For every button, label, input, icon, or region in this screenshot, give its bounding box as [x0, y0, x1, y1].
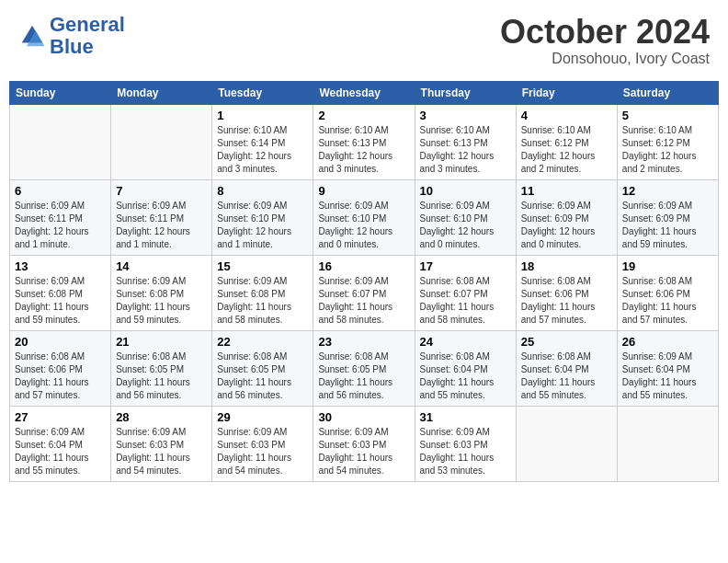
day-number: 9 — [318, 184, 409, 198]
calendar-cell: 22Sunrise: 6:08 AM Sunset: 6:05 PM Dayli… — [212, 330, 313, 406]
day-number: 10 — [420, 184, 511, 198]
calendar-cell: 30Sunrise: 6:09 AM Sunset: 6:03 PM Dayli… — [313, 406, 415, 481]
day-info: Sunrise: 6:09 AM Sunset: 6:10 PM Dayligh… — [217, 200, 308, 251]
calendar-cell: 23Sunrise: 6:08 AM Sunset: 6:05 PM Dayli… — [313, 330, 415, 406]
calendar-cell: 15Sunrise: 6:09 AM Sunset: 6:08 PM Dayli… — [212, 255, 313, 330]
day-number: 31 — [420, 410, 511, 424]
day-info: Sunrise: 6:09 AM Sunset: 6:08 PM Dayligh… — [15, 275, 106, 327]
calendar-cell: 4Sunrise: 6:10 AM Sunset: 6:12 PM Daylig… — [516, 104, 617, 179]
day-info: Sunrise: 6:10 AM Sunset: 6:13 PM Dayligh… — [420, 124, 511, 176]
day-info: Sunrise: 6:09 AM Sunset: 6:04 PM Dayligh… — [622, 350, 713, 402]
calendar-cell: 18Sunrise: 6:08 AM Sunset: 6:06 PM Dayli… — [516, 255, 617, 330]
day-number: 3 — [420, 109, 511, 122]
day-number: 6 — [15, 184, 106, 198]
calendar-cell: 1Sunrise: 6:10 AM Sunset: 6:14 PM Daylig… — [212, 104, 313, 179]
day-info: Sunrise: 6:09 AM Sunset: 6:09 PM Dayligh… — [622, 200, 713, 251]
calendar-cell: 10Sunrise: 6:09 AM Sunset: 6:10 PM Dayli… — [415, 179, 516, 255]
calendar-day-header: Thursday — [415, 81, 516, 104]
location-subtitle: Donsohouo, Ivory Coast — [500, 51, 710, 67]
day-info: Sunrise: 6:09 AM Sunset: 6:10 PM Dayligh… — [420, 200, 511, 251]
calendar-cell: 6Sunrise: 6:09 AM Sunset: 6:11 PM Daylig… — [10, 179, 111, 255]
day-info: Sunrise: 6:08 AM Sunset: 6:05 PM Dayligh… — [116, 350, 207, 402]
day-info: Sunrise: 6:09 AM Sunset: 6:08 PM Dayligh… — [217, 275, 308, 327]
calendar-cell: 5Sunrise: 6:10 AM Sunset: 6:12 PM Daylig… — [617, 104, 718, 179]
title-block: October 2024 Donsohouo, Ivory Coast — [500, 14, 710, 67]
day-number: 24 — [420, 335, 511, 349]
calendar-cell: 25Sunrise: 6:08 AM Sunset: 6:04 PM Dayli… — [516, 330, 617, 406]
day-info: Sunrise: 6:09 AM Sunset: 6:11 PM Dayligh… — [116, 200, 207, 251]
calendar-cell: 3Sunrise: 6:10 AM Sunset: 6:13 PM Daylig… — [415, 104, 516, 179]
logo-text: General Blue — [50, 14, 125, 58]
day-info: Sunrise: 6:09 AM Sunset: 6:10 PM Dayligh… — [318, 200, 409, 251]
calendar-table: SundayMondayTuesdayWednesdayThursdayFrid… — [9, 81, 719, 482]
day-info: Sunrise: 6:09 AM Sunset: 6:03 PM Dayligh… — [116, 426, 207, 477]
day-number: 17 — [420, 259, 511, 273]
day-number: 15 — [217, 259, 308, 273]
calendar-day-header: Sunday — [10, 81, 111, 104]
day-number: 8 — [217, 184, 308, 198]
calendar-cell: 27Sunrise: 6:09 AM Sunset: 6:04 PM Dayli… — [10, 406, 111, 481]
calendar-cell: 24Sunrise: 6:08 AM Sunset: 6:04 PM Dayli… — [415, 330, 516, 406]
day-info: Sunrise: 6:09 AM Sunset: 6:03 PM Dayligh… — [420, 426, 511, 477]
calendar-cell: 19Sunrise: 6:08 AM Sunset: 6:06 PM Dayli… — [617, 255, 718, 330]
calendar-cell — [111, 104, 212, 179]
calendar-cell: 7Sunrise: 6:09 AM Sunset: 6:11 PM Daylig… — [111, 179, 212, 255]
calendar-cell: 8Sunrise: 6:09 AM Sunset: 6:10 PM Daylig… — [212, 179, 313, 255]
day-info: Sunrise: 6:08 AM Sunset: 6:04 PM Dayligh… — [420, 350, 511, 402]
day-number: 16 — [318, 259, 409, 273]
calendar-day-header: Wednesday — [313, 81, 415, 104]
day-info: Sunrise: 6:10 AM Sunset: 6:14 PM Dayligh… — [217, 124, 308, 176]
day-number: 7 — [116, 184, 207, 198]
day-info: Sunrise: 6:08 AM Sunset: 6:05 PM Dayligh… — [217, 350, 308, 402]
day-info: Sunrise: 6:09 AM Sunset: 6:11 PM Dayligh… — [15, 200, 106, 251]
day-number: 5 — [622, 109, 713, 122]
day-info: Sunrise: 6:09 AM Sunset: 6:07 PM Dayligh… — [318, 275, 409, 327]
calendar-cell: 31Sunrise: 6:09 AM Sunset: 6:03 PM Dayli… — [415, 406, 516, 481]
day-number: 29 — [217, 410, 308, 424]
calendar-cell — [516, 406, 617, 481]
calendar-week-row: 20Sunrise: 6:08 AM Sunset: 6:06 PM Dayli… — [10, 330, 719, 406]
day-info: Sunrise: 6:08 AM Sunset: 6:07 PM Dayligh… — [420, 275, 511, 327]
day-info: Sunrise: 6:09 AM Sunset: 6:09 PM Dayligh… — [521, 200, 612, 251]
month-title: October 2024 — [500, 14, 710, 51]
day-info: Sunrise: 6:08 AM Sunset: 6:05 PM Dayligh… — [318, 350, 409, 402]
calendar-cell: 28Sunrise: 6:09 AM Sunset: 6:03 PM Dayli… — [111, 406, 212, 481]
day-info: Sunrise: 6:09 AM Sunset: 6:04 PM Dayligh… — [15, 426, 106, 477]
day-info: Sunrise: 6:10 AM Sunset: 6:12 PM Dayligh… — [521, 124, 612, 176]
day-info: Sunrise: 6:09 AM Sunset: 6:03 PM Dayligh… — [217, 426, 308, 477]
day-number: 23 — [318, 335, 409, 349]
day-number: 26 — [622, 335, 713, 349]
calendar-day-header: Tuesday — [212, 81, 313, 104]
calendar-cell: 16Sunrise: 6:09 AM Sunset: 6:07 PM Dayli… — [313, 255, 415, 330]
day-number: 19 — [622, 259, 713, 273]
day-number: 13 — [15, 259, 106, 273]
calendar-week-row: 27Sunrise: 6:09 AM Sunset: 6:04 PM Dayli… — [10, 406, 719, 481]
calendar-cell: 21Sunrise: 6:08 AM Sunset: 6:05 PM Dayli… — [111, 330, 212, 406]
day-number: 11 — [521, 184, 612, 198]
calendar-cell: 29Sunrise: 6:09 AM Sunset: 6:03 PM Dayli… — [212, 406, 313, 481]
day-info: Sunrise: 6:10 AM Sunset: 6:13 PM Dayligh… — [318, 124, 409, 176]
day-info: Sunrise: 6:08 AM Sunset: 6:06 PM Dayligh… — [15, 350, 106, 402]
calendar-body: 1Sunrise: 6:10 AM Sunset: 6:14 PM Daylig… — [10, 104, 719, 481]
logo-icon — [18, 22, 46, 50]
day-info: Sunrise: 6:08 AM Sunset: 6:04 PM Dayligh… — [521, 350, 612, 402]
calendar-cell: 26Sunrise: 6:09 AM Sunset: 6:04 PM Dayli… — [617, 330, 718, 406]
day-number: 28 — [116, 410, 207, 424]
page-header: General Blue October 2024 Donsohouo, Ivo… — [9, 9, 719, 72]
logo: General Blue — [18, 14, 125, 58]
calendar-week-row: 6Sunrise: 6:09 AM Sunset: 6:11 PM Daylig… — [10, 179, 719, 255]
day-number: 20 — [15, 335, 106, 349]
calendar-cell: 12Sunrise: 6:09 AM Sunset: 6:09 PM Dayli… — [617, 179, 718, 255]
day-number: 30 — [318, 410, 409, 424]
calendar-day-header: Friday — [516, 81, 617, 104]
day-number: 14 — [116, 259, 207, 273]
calendar-cell: 14Sunrise: 6:09 AM Sunset: 6:08 PM Dayli… — [111, 255, 212, 330]
calendar-cell — [617, 406, 718, 481]
calendar-cell: 20Sunrise: 6:08 AM Sunset: 6:06 PM Dayli… — [10, 330, 111, 406]
calendar-week-row: 13Sunrise: 6:09 AM Sunset: 6:08 PM Dayli… — [10, 255, 719, 330]
day-number: 21 — [116, 335, 207, 349]
calendar-cell: 2Sunrise: 6:10 AM Sunset: 6:13 PM Daylig… — [313, 104, 415, 179]
calendar-day-header: Saturday — [617, 81, 718, 104]
day-info: Sunrise: 6:09 AM Sunset: 6:03 PM Dayligh… — [318, 426, 409, 477]
day-number: 2 — [318, 109, 409, 122]
